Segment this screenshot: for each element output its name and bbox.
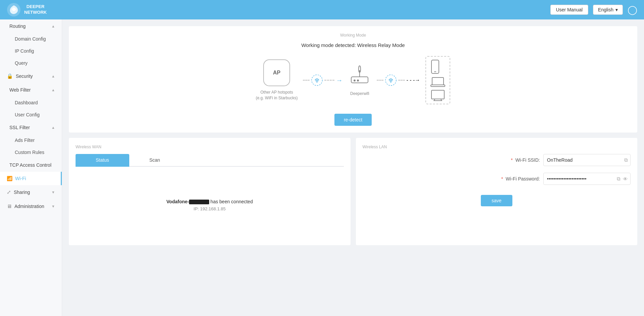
sidebar-item-user-config[interactable]: User Config [0, 109, 62, 121]
header-right: User Manual English ▾ ◯ [550, 5, 637, 15]
connection-status: Vodafone- has been connected IP: 192.168… [76, 172, 344, 211]
language-label: English [598, 7, 613, 12]
eye-icon[interactable]: 👁 [623, 176, 628, 182]
deeperwifi-label: Deeperwifi [350, 91, 369, 97]
sharing-label: Sharing [14, 190, 30, 195]
sidebar-item-tcp-access[interactable]: TCP Access Control [0, 158, 62, 172]
svg-point-6 [354, 80, 356, 82]
monitor-icon: 🖥 [7, 203, 12, 209]
ssl-filter-label: SSL Filter [9, 125, 30, 130]
header: DEEPER NETWORK User Manual English ▾ ◯ [0, 0, 644, 19]
sidebar-item-security[interactable]: 🔒 Security ▲ [0, 69, 62, 83]
content-area: Working Mode Working mode detected: Wire… [62, 19, 644, 316]
language-button[interactable]: English ▾ [593, 5, 623, 15]
phone-icon [430, 59, 440, 74]
working-mode-diagram: AP Other AP hotspots (e.g. WiFi in Starb… [76, 56, 631, 104]
redetect-button[interactable]: re-detect [334, 114, 372, 126]
lock-icon: 🔒 [7, 73, 13, 79]
ap-box: AP [263, 59, 290, 86]
sidebar-item-administration[interactable]: 🖥 Administration ▼ [0, 199, 62, 213]
redacted-ssid [189, 200, 209, 204]
share-icon: ⤢ [7, 189, 11, 195]
devices-box [425, 56, 450, 104]
sidebar-item-query[interactable]: Query [0, 57, 62, 69]
logo-area: DEEPER NETWORK [7, 3, 69, 17]
password-row: * Wi-Fi Password: ⧉ 👁 [363, 173, 631, 185]
chevron-up-icon: ▲ [51, 88, 55, 92]
arrow-1: → [303, 74, 342, 86]
working-mode-label: Working Mode [76, 33, 631, 38]
arrow-right-icon-2: - - -→ [406, 77, 420, 83]
laptop-icon [430, 76, 446, 88]
svg-rect-13 [431, 85, 445, 87]
wireless-wan-label: Wireless WAN [76, 145, 344, 149]
administration-label: Administration [14, 204, 44, 209]
sidebar-item-dashboard[interactable]: Dashboard [0, 97, 62, 109]
ssid-label: * Wi-Fi SSID: [511, 157, 540, 163]
web-filter-label: Web Filter [9, 87, 31, 93]
two-panel: Wireless WAN Status Scan Vodafone- has b… [69, 138, 637, 245]
security-label: Security [16, 73, 33, 79]
logo-icon [7, 3, 21, 17]
save-btn-wrap: save [363, 192, 631, 206]
monitor-icon [430, 90, 446, 101]
svg-rect-12 [432, 77, 444, 85]
working-mode-title: Working mode detected: Wireless Relay Mo… [76, 42, 631, 48]
svg-rect-14 [431, 90, 444, 99]
password-label: * Wi-Fi Password: [501, 176, 540, 181]
save-button[interactable]: save [481, 195, 512, 206]
sidebar-item-ssl-filter[interactable]: SSL Filter ▲ [0, 121, 62, 134]
wifi-signal-icon-2 [385, 74, 397, 86]
wifi-icon: 📶 [7, 176, 12, 181]
connection-text: Vodafone- has been connected [167, 199, 253, 204]
tab-bar: Status Scan [76, 154, 344, 167]
wireless-lan-label: Wireless LAN [363, 145, 631, 149]
sidebar-item-custom-rules[interactable]: Custom Rules [0, 146, 62, 158]
svg-point-2 [316, 81, 318, 83]
svg-point-9 [390, 81, 392, 83]
sidebar-item-sharing[interactable]: ⤢ Sharing ▼ [0, 185, 62, 199]
user-profile-button[interactable]: ◯ [628, 5, 637, 15]
logo-text: DEEPER NETWORK [24, 4, 47, 15]
hotspot-label: Other AP hotspots (e.g. WiFi in Starbuck… [256, 90, 298, 101]
connection-ip: IP: 192.168.1.85 [194, 206, 226, 211]
routing-label: Routing [9, 23, 26, 29]
wireless-wan-panel: Wireless WAN Status Scan Vodafone- has b… [69, 138, 351, 245]
ssid-row: * Wi-Fi SSID: ⧉ [363, 154, 631, 166]
chevron-down-icon: ▼ [51, 190, 55, 194]
required-star: * [511, 157, 513, 163]
tcp-access-label: TCP Access Control [9, 162, 51, 168]
sidebar: Routing ▲ Domain Config IP Config Query … [0, 19, 62, 316]
chevron-up-icon: ▲ [51, 74, 55, 78]
main-layout: Routing ▲ Domain Config IP Config Query … [0, 19, 644, 316]
wireless-lan-panel: Wireless LAN * Wi-Fi SSID: ⧉ * [356, 138, 638, 245]
tab-scan[interactable]: Scan [129, 154, 180, 167]
wifi-signal-icon [311, 74, 323, 86]
sidebar-item-ads-filter[interactable]: Ads Filter [0, 134, 62, 146]
chevron-down-icon: ▼ [51, 204, 55, 208]
language-chevron-icon: ▾ [615, 7, 618, 12]
ssid-input[interactable] [543, 154, 631, 166]
working-mode-card: Working Mode Working mode detected: Wire… [69, 26, 637, 133]
router-icon [348, 64, 371, 88]
copy-icon-2[interactable]: ⧉ [617, 176, 620, 182]
sidebar-item-routing[interactable]: Routing ▲ [0, 19, 62, 33]
copy-icon[interactable]: ⧉ [624, 157, 628, 163]
user-manual-button[interactable]: User Manual [550, 5, 588, 15]
sidebar-item-domain-config[interactable]: Domain Config [0, 33, 62, 45]
router-item: Deeperwifi [348, 64, 371, 97]
tab-status[interactable]: Status [76, 154, 129, 167]
ap-item: AP Other AP hotspots (e.g. WiFi in Starb… [256, 59, 298, 101]
sidebar-item-ip-config[interactable]: IP Config [0, 45, 62, 57]
wifi-label: Wi-Fi [15, 176, 26, 181]
required-star-2: * [501, 176, 503, 181]
arrow-right-icon: → [336, 76, 342, 84]
network-name: Vodafone- [167, 199, 189, 204]
svg-point-7 [357, 80, 359, 82]
chevron-up-icon: ▲ [51, 125, 55, 129]
sidebar-item-wifi[interactable]: 📶 Wi-Fi [0, 172, 62, 185]
arrow-2: - - -→ [377, 74, 420, 86]
chevron-up-icon: ▲ [51, 24, 55, 28]
password-input-wrap: ⧉ 👁 [543, 173, 631, 185]
sidebar-item-web-filter[interactable]: Web Filter ▲ [0, 83, 62, 97]
